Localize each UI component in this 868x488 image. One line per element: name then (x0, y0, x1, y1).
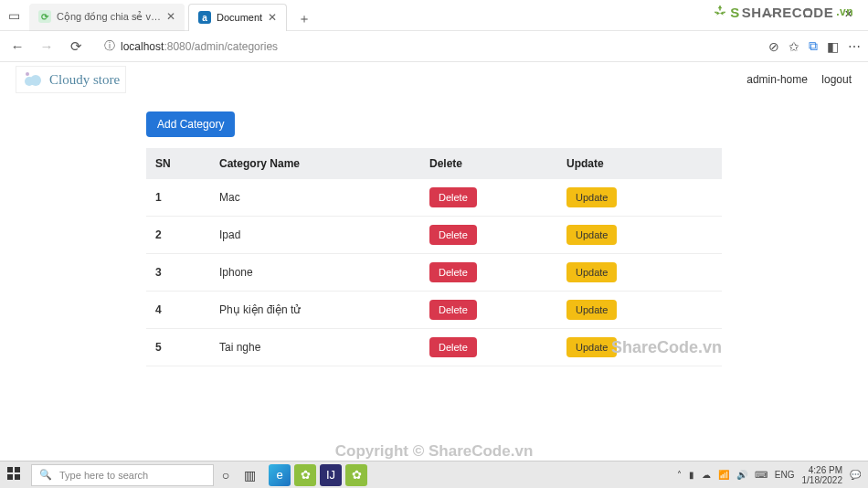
cell-sn: 5 (146, 329, 210, 366)
watermark-suffix: .vn (836, 5, 853, 18)
cell-sn: 3 (146, 254, 210, 292)
table-row: 3IphoneDeleteUpdate (146, 254, 722, 292)
delete-button[interactable]: Delete (429, 225, 477, 245)
update-button[interactable]: Update (566, 300, 617, 320)
col-name: Category Name (210, 148, 420, 179)
favicon-icon: a (198, 11, 211, 24)
cell-sn: 2 (146, 217, 210, 254)
task-view-button[interactable]: ▥ (238, 468, 261, 483)
cloud-icon (22, 69, 44, 90)
cell-name: Phụ kiện điện tử (210, 292, 420, 329)
cortana-button[interactable]: ○ (214, 468, 238, 483)
tray-lang[interactable]: ENG (775, 470, 795, 480)
address-bar[interactable]: ⓘ localhost:8080/admin/categories (95, 35, 759, 58)
cell-name: Tai nghe (210, 329, 420, 366)
add-category-button[interactable]: Add Category (146, 111, 235, 137)
menu-button[interactable]: ⋯ (848, 39, 861, 54)
watermark-bottom: Copyright © ShareCode.vn (335, 442, 534, 461)
svg-rect-5 (7, 474, 13, 480)
read-aloud-button[interactable]: ⊘ (768, 39, 779, 54)
start-button[interactable] (0, 467, 27, 483)
svg-rect-4 (15, 467, 20, 472)
categories-table: SN Category Name Delete Update 1MacDelet… (146, 148, 722, 366)
windows-icon (7, 467, 20, 480)
taskbar-apps: e ✿ IJ ✿ (269, 464, 367, 486)
profile-button[interactable]: ◧ (827, 39, 839, 54)
collections-button[interactable]: ⧉ (809, 38, 818, 54)
site-logo[interactable]: Cloudy store (16, 67, 125, 92)
app-spring-1[interactable]: ✿ (294, 464, 316, 486)
favicon-icon: ⟳ (38, 10, 51, 23)
watermark-middle: ShareCode.vn (611, 338, 722, 357)
url-port: :8080 (164, 40, 191, 53)
table-row: 4Phụ kiện điện tửDeleteUpdate (146, 292, 722, 329)
tray-chevron-icon[interactable]: ˄ (677, 470, 682, 480)
update-button[interactable]: Update (566, 225, 617, 245)
update-button[interactable]: Update (566, 262, 617, 282)
cell-sn: 4 (146, 292, 210, 329)
info-icon: ⓘ (104, 38, 115, 54)
watermark-brand: SSHARECODE.vn (712, 4, 853, 20)
clock-date: 1/18/2022 (802, 475, 843, 485)
tab-list-button[interactable]: ▭ (2, 4, 26, 27)
delete-button[interactable]: Delete (429, 300, 477, 320)
taskbar-clock[interactable]: 4:26 PM 1/18/2022 (802, 465, 843, 485)
forward-button[interactable]: → (37, 38, 57, 54)
col-sn: SN (146, 148, 210, 179)
tray-keyboard-icon[interactable]: ⌨ (755, 470, 767, 480)
watermark-text: SHARECODE (742, 5, 833, 20)
app-edge[interactable]: e (269, 464, 291, 486)
new-tab-button[interactable]: ＋ (292, 7, 316, 31)
taskbar-search[interactable]: 🔍 Type here to search (31, 464, 214, 486)
cell-name: Iphone (210, 254, 420, 292)
tab-label: Document (217, 12, 262, 23)
search-placeholder: Type here to search (59, 470, 148, 481)
tray-onedrive-icon[interactable]: ☁ (702, 470, 711, 480)
cell-sn: 1 (146, 179, 210, 217)
refresh-button[interactable]: ⟳ (66, 38, 86, 55)
logout-link[interactable]: logout (821, 73, 852, 86)
top-nav: admin-home logout (736, 73, 852, 86)
search-icon: 🔍 (39, 469, 52, 481)
favorites-button[interactable]: ✩ (789, 39, 799, 54)
tab-sharecode[interactable]: ⟳ Cộng đồng chia sẻ và download ✕ (29, 4, 185, 31)
svg-point-2 (26, 72, 29, 76)
tray-wifi-icon[interactable]: 📶 (718, 470, 729, 480)
app-intellij[interactable]: IJ (320, 464, 342, 486)
url-host: localhost (121, 40, 164, 53)
browser-tabs: ⟳ Cộng đồng chia sẻ và download ✕ a Docu… (29, 0, 316, 31)
recycle-icon (712, 4, 728, 20)
close-icon[interactable]: ✕ (268, 11, 277, 24)
notifications-button[interactable]: 💬 (850, 470, 861, 480)
cell-name: Mac (210, 179, 420, 217)
svg-rect-6 (15, 474, 20, 480)
table-row: 2IpadDeleteUpdate (146, 217, 722, 254)
col-delete: Delete (420, 148, 557, 179)
tab-document[interactable]: a Document ✕ (188, 4, 287, 31)
close-icon[interactable]: ✕ (166, 10, 175, 23)
delete-button[interactable]: Delete (429, 262, 477, 282)
update-button[interactable]: Update (566, 187, 617, 207)
update-button[interactable]: Update (566, 337, 617, 357)
tray-battery-icon[interactable]: ▮ (689, 470, 694, 480)
cell-name: Ipad (210, 217, 420, 254)
svg-rect-3 (7, 467, 13, 472)
delete-button[interactable]: Delete (429, 187, 477, 207)
clock-time: 4:26 PM (802, 465, 843, 475)
url-path: /admin/categories (191, 40, 278, 53)
col-update: Update (557, 148, 722, 179)
table-row: 1MacDeleteUpdate (146, 179, 722, 217)
svg-point-1 (30, 75, 41, 86)
back-button[interactable]: ← (7, 38, 27, 54)
admin-home-link[interactable]: admin-home (746, 73, 808, 86)
logo-text: Cloudy store (49, 72, 120, 88)
delete-button[interactable]: Delete (429, 337, 477, 357)
app-spring-2[interactable]: ✿ (345, 464, 367, 486)
tray-volume-icon[interactable]: 🔊 (736, 470, 747, 480)
system-tray: ˄ ▮ ☁ 📶 🔊 ⌨ ENG 4:26 PM 1/18/2022 💬 (677, 465, 868, 485)
tab-label: Cộng đồng chia sẻ và download (57, 11, 161, 23)
